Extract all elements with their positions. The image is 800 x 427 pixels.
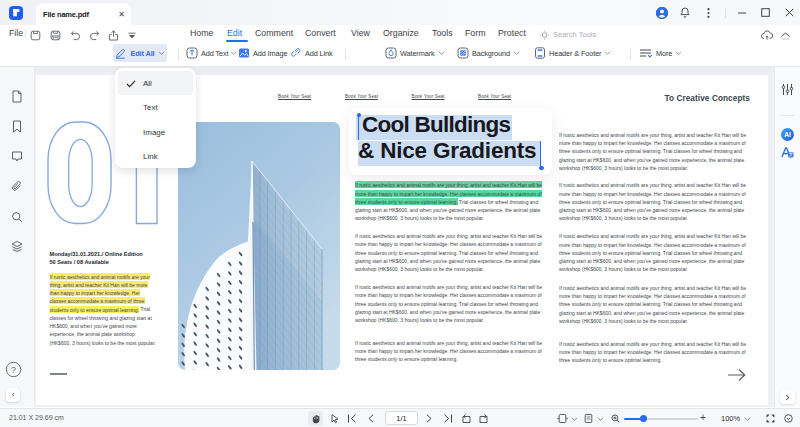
svg-text:文: 文 <box>788 151 793 157</box>
svg-text:?: ? <box>11 364 16 375</box>
